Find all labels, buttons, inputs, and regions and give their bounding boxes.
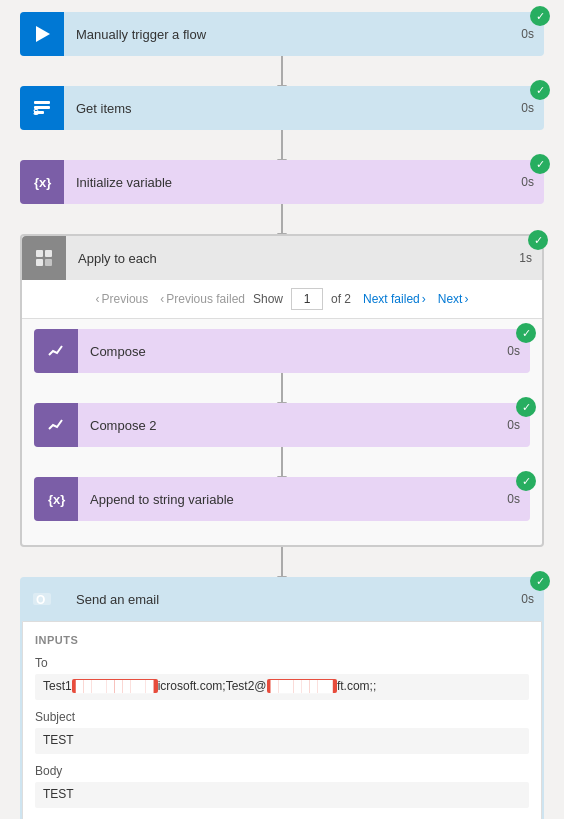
- append-str-check: ✓: [516, 471, 536, 491]
- arrow-1: [281, 56, 283, 86]
- page-input[interactable]: [291, 288, 323, 310]
- to-redacted-1: ██████████: [72, 679, 158, 693]
- flow-container: Manually trigger a flow 0s ✓ S Get items…: [0, 0, 564, 819]
- next-button[interactable]: Next ›: [434, 290, 473, 308]
- outlook-icon: O: [20, 577, 64, 621]
- inner-steps: Compose 0s ✓ Compose 2 0s ✓: [22, 319, 542, 531]
- email-inputs-container: INPUTS To Test1██████████icrosoft.com;Te…: [22, 621, 542, 819]
- apply-each-container: Apply to each 1s ✓ ‹ Previous ‹ Previous…: [20, 234, 544, 547]
- compose2-icon: [34, 403, 78, 447]
- body-label: Body: [35, 764, 529, 778]
- to-redacted-2: ████████: [267, 679, 337, 693]
- next-failed-button[interactable]: Next failed ›: [359, 290, 430, 308]
- of-label: of 2: [331, 292, 351, 306]
- apply-each-time: 1s: [509, 251, 542, 265]
- trigger-label: Manually trigger a flow: [64, 27, 511, 42]
- svg-text:{x}: {x}: [34, 175, 51, 190]
- svg-rect-1: [34, 101, 50, 104]
- subject-field-section: Subject TEST: [35, 710, 529, 754]
- get-items-icon: S: [20, 86, 64, 130]
- svg-marker-0: [36, 26, 50, 42]
- append-str-time: 0s: [497, 492, 530, 506]
- compose1-time: 0s: [497, 344, 530, 358]
- pagination-bar: ‹ Previous ‹ Previous failed Show of 2 N…: [22, 280, 542, 319]
- get-items-time: 0s: [511, 101, 544, 115]
- trigger-time: 0s: [511, 27, 544, 41]
- apply-each-label: Apply to each: [66, 251, 509, 266]
- to-prefix: Test1: [43, 679, 72, 693]
- compose2-label: Compose 2: [78, 418, 497, 433]
- arrow-3: [281, 204, 283, 234]
- compose1-icon: [34, 329, 78, 373]
- apply-each-check: ✓: [528, 230, 548, 250]
- step-get-items[interactable]: S Get items 0s ✓: [20, 86, 544, 130]
- svg-text:S: S: [33, 107, 39, 117]
- to-value: Test1██████████icrosoft.com;Test2@██████…: [35, 674, 529, 700]
- trigger-check: ✓: [530, 6, 550, 26]
- chevron-left-icon: ‹: [96, 292, 100, 306]
- step-compose1[interactable]: Compose 0s ✓: [34, 329, 530, 373]
- send-email-time: 0s: [511, 592, 544, 606]
- compose2-check: ✓: [516, 397, 536, 417]
- chevron-right-icon: ›: [464, 292, 468, 306]
- compose1-label: Compose: [78, 344, 497, 359]
- email-header[interactable]: O Send an email 0s ✓: [20, 577, 544, 621]
- inputs-title: INPUTS: [35, 634, 529, 646]
- trigger-icon: [20, 12, 64, 56]
- previous-button[interactable]: ‹ Previous: [92, 290, 153, 308]
- chevron-left-failed-icon: ‹: [160, 292, 164, 306]
- step-trigger[interactable]: Manually trigger a flow 0s ✓: [20, 12, 544, 56]
- compose2-time: 0s: [497, 418, 530, 432]
- send-email-card: O Send an email 0s ✓ INPUTS To Test1████…: [20, 577, 544, 819]
- apply-each-header[interactable]: Apply to each 1s ✓: [22, 236, 542, 280]
- svg-rect-7: [45, 250, 52, 257]
- svg-text:O: O: [36, 593, 45, 607]
- svg-rect-8: [36, 259, 43, 266]
- arrow-inner-1: [281, 373, 283, 403]
- get-items-check: ✓: [530, 80, 550, 100]
- show-label: Show: [253, 292, 283, 306]
- svg-text:{x}: {x}: [48, 492, 65, 507]
- arrow-4: [281, 547, 283, 577]
- init-var-label: Initialize variable: [64, 175, 511, 190]
- body-field-section: Body TEST: [35, 764, 529, 808]
- append-str-label: Append to string variable: [78, 492, 497, 507]
- arrow-inner-2: [281, 447, 283, 477]
- chevron-right-failed-icon: ›: [422, 292, 426, 306]
- svg-rect-6: [36, 250, 43, 257]
- append-str-icon: {x}: [34, 477, 78, 521]
- compose1-check: ✓: [516, 323, 536, 343]
- previous-failed-button[interactable]: ‹ Previous failed: [156, 290, 249, 308]
- apply-each-icon: [22, 236, 66, 280]
- step-append-str[interactable]: {x} Append to string variable 0s ✓: [34, 477, 530, 521]
- send-email-check: ✓: [530, 571, 550, 591]
- to-middle: icrosoft.com;Test2@: [158, 679, 267, 693]
- body-value: TEST: [35, 782, 529, 808]
- get-items-label: Get items: [64, 101, 511, 116]
- step-init-var[interactable]: {x} Initialize variable 0s ✓: [20, 160, 544, 204]
- svg-rect-9: [45, 259, 52, 266]
- to-field-section: To Test1██████████icrosoft.com;Test2@███…: [35, 656, 529, 700]
- step-compose2[interactable]: Compose 2 0s ✓: [34, 403, 530, 447]
- init-var-check: ✓: [530, 154, 550, 174]
- init-var-icon: {x}: [20, 160, 64, 204]
- subject-label: Subject: [35, 710, 529, 724]
- init-var-time: 0s: [511, 175, 544, 189]
- subject-value: TEST: [35, 728, 529, 754]
- send-email-label: Send an email: [64, 592, 511, 607]
- to-label: To: [35, 656, 529, 670]
- to-suffix: ft.com;;: [337, 679, 376, 693]
- arrow-2: [281, 130, 283, 160]
